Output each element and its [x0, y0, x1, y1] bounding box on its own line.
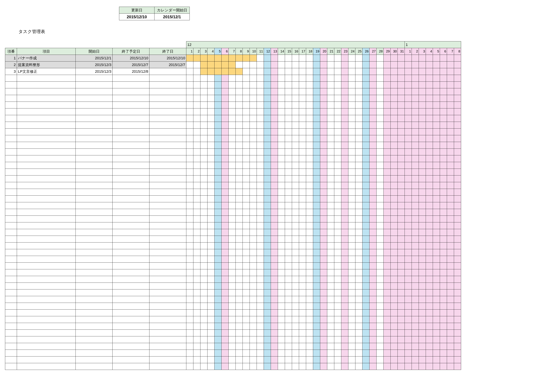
gantt-cell[interactable] [426, 296, 433, 303]
gantt-cell[interactable] [334, 310, 341, 316]
gantt-cell[interactable] [412, 75, 419, 82]
task-due[interactable] [113, 149, 149, 155]
gantt-cell[interactable] [327, 316, 334, 323]
gantt-cell[interactable] [384, 330, 391, 336]
gantt-cell[interactable] [278, 323, 285, 330]
gantt-cell[interactable] [348, 128, 355, 135]
gantt-cell[interactable] [292, 269, 299, 276]
gantt-cell[interactable] [186, 95, 193, 102]
gantt-cell[interactable] [264, 330, 271, 336]
gantt-cell[interactable] [398, 149, 405, 155]
gantt-cell[interactable] [236, 289, 243, 296]
gantt-cell[interactable] [214, 108, 222, 115]
gantt-cell[interactable] [370, 236, 377, 242]
gantt-cell[interactable] [320, 363, 327, 370]
gantt-cell[interactable] [306, 303, 313, 310]
gantt-cell[interactable] [454, 88, 461, 95]
gantt-cell[interactable] [370, 330, 377, 336]
gantt-cell[interactable] [264, 68, 271, 75]
gantt-cell[interactable] [313, 202, 320, 209]
gantt-cell[interactable] [334, 115, 341, 122]
gantt-cell[interactable] [306, 276, 313, 283]
gantt-cell[interactable] [419, 108, 426, 115]
gantt-cell[interactable] [243, 108, 250, 115]
gantt-cell[interactable] [200, 283, 207, 289]
gantt-cell[interactable] [454, 182, 461, 189]
gantt-cell[interactable] [236, 162, 243, 169]
gantt-cell[interactable] [271, 336, 278, 343]
gantt-cell[interactable] [398, 196, 405, 202]
task-end[interactable] [149, 350, 186, 356]
gantt-cell[interactable] [229, 343, 236, 350]
task-start[interactable] [76, 269, 113, 276]
gantt-cell[interactable] [334, 269, 341, 276]
gantt-cell[interactable] [207, 189, 214, 196]
gantt-cell[interactable] [292, 155, 299, 162]
gantt-cell[interactable] [214, 256, 222, 263]
task-start[interactable] [76, 169, 113, 175]
gantt-cell[interactable] [313, 88, 320, 95]
gantt-cell[interactable] [405, 323, 412, 330]
gantt-cell[interactable] [257, 269, 264, 276]
gantt-cell[interactable] [405, 310, 412, 316]
gantt-cell[interactable] [243, 229, 250, 236]
gantt-cell[interactable] [355, 149, 362, 155]
gantt-cell[interactable] [306, 323, 313, 330]
gantt-cell[interactable] [207, 128, 214, 135]
update-date-value[interactable]: 2015/12/10 [119, 14, 154, 20]
gantt-cell[interactable] [186, 189, 193, 196]
gantt-cell[interactable] [405, 149, 412, 155]
gantt-cell[interactable] [327, 216, 334, 222]
gantt-cell[interactable] [214, 330, 222, 336]
gantt-cell[interactable] [348, 296, 355, 303]
gantt-cell[interactable] [271, 343, 278, 350]
gantt-cell[interactable] [243, 68, 250, 75]
gantt-cell[interactable] [426, 289, 433, 296]
task-item[interactable] [17, 202, 76, 209]
task-end[interactable] [149, 236, 186, 242]
gantt-cell[interactable] [419, 356, 426, 363]
task-num[interactable] [5, 102, 17, 108]
gantt-cell[interactable] [278, 115, 285, 122]
task-num[interactable] [5, 296, 17, 303]
gantt-cell[interactable] [334, 196, 341, 202]
gantt-cell[interactable] [243, 189, 250, 196]
gantt-cell[interactable] [207, 310, 214, 316]
gantt-cell[interactable] [236, 216, 243, 222]
task-start[interactable] [76, 316, 113, 323]
gantt-cell[interactable] [433, 363, 440, 370]
gantt-cell[interactable] [320, 330, 327, 336]
gantt-cell[interactable] [377, 62, 384, 68]
gantt-cell[interactable] [348, 330, 355, 336]
gantt-cell[interactable] [433, 115, 440, 122]
gantt-cell[interactable] [334, 62, 341, 68]
gantt-cell[interactable] [426, 175, 433, 182]
gantt-cell[interactable] [278, 128, 285, 135]
gantt-cell[interactable] [257, 202, 264, 209]
gantt-cell[interactable] [306, 289, 313, 296]
gantt-cell[interactable] [222, 283, 229, 289]
gantt-cell[interactable] [264, 175, 271, 182]
gantt-cell[interactable] [313, 149, 320, 155]
gantt-cell[interactable] [193, 88, 200, 95]
gantt-cell[interactable] [193, 155, 200, 162]
gantt-cell[interactable] [384, 356, 391, 363]
gantt-cell[interactable] [257, 142, 264, 149]
gantt-cell[interactable] [377, 263, 384, 269]
gantt-cell[interactable] [412, 82, 419, 88]
gantt-cell[interactable] [292, 343, 299, 350]
gantt-cell[interactable] [285, 95, 292, 102]
gantt-cell[interactable] [306, 356, 313, 363]
gantt-cell[interactable] [440, 330, 447, 336]
gantt-cell[interactable] [391, 202, 398, 209]
gantt-cell[interactable] [200, 122, 207, 128]
gantt-cell[interactable] [222, 336, 229, 343]
gantt-cell[interactable] [243, 149, 250, 155]
gantt-cell[interactable] [299, 82, 306, 88]
task-end[interactable] [149, 189, 186, 196]
task-item[interactable] [17, 88, 76, 95]
gantt-cell[interactable] [384, 363, 391, 370]
gantt-cell[interactable] [306, 55, 313, 62]
gantt-cell[interactable] [313, 249, 320, 256]
gantt-cell[interactable] [362, 363, 370, 370]
